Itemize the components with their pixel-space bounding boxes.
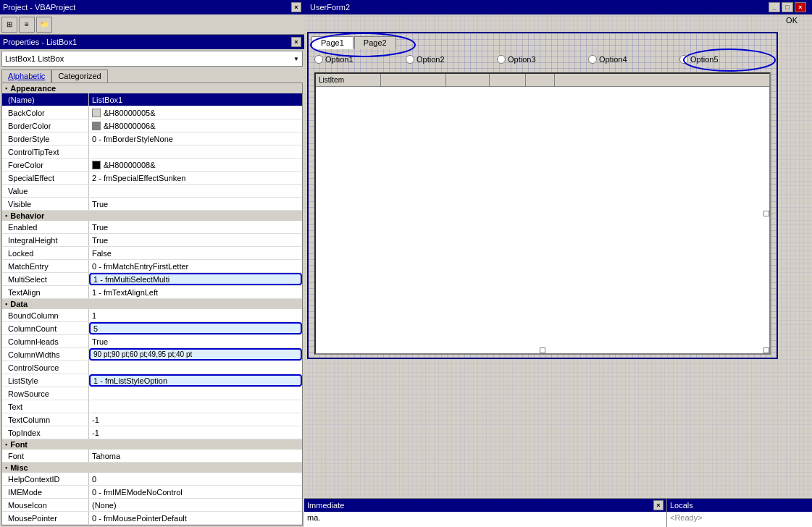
prop-helpcontextid[interactable]: HelpContextID 0 (2, 473, 302, 486)
prop-value[interactable]: Value (2, 185, 302, 198)
radio-option1[interactable]: Option1 (314, 55, 406, 64)
section-behavior[interactable]: ▪ Behavior (2, 211, 302, 221)
radio-input-1[interactable] (314, 55, 323, 64)
toolbar-btn-2[interactable]: ≡ (19, 17, 35, 33)
userform-title: UserForm2 (310, 3, 350, 12)
prop-boundcolumn[interactable]: BoundColumn 1 (2, 309, 302, 322)
immediate-close-btn[interactable]: × (653, 500, 664, 510)
prop-backcolor[interactable]: BackColor &H80000005& (2, 106, 302, 119)
tab-strip-container: Page1 Page2 (309, 33, 777, 49)
properties-title: Properties - ListBox1 (3, 38, 77, 46)
col-header-3 (446, 74, 490, 86)
section-toggle-appearance: ▪ (5, 85, 7, 92)
toolbar-btn-3[interactable]: 📁 (36, 17, 52, 33)
close-btn[interactable]: × (795, 2, 806, 12)
dropdown-arrow-icon: ▼ (293, 56, 299, 62)
dropdown-value: ListBox1 ListBox (5, 54, 64, 63)
radio-label-3: Option3 (508, 55, 536, 64)
resize-handle-corner[interactable] (763, 347, 769, 353)
section-misc-label: Misc (10, 463, 28, 472)
section-misc[interactable]: ▪ Misc (2, 463, 302, 473)
project-title: Project - VBAProject (3, 3, 75, 12)
radio-option4[interactable]: Option4 (588, 55, 679, 64)
prop-name[interactable]: (Name) ListBox1 (2, 93, 302, 106)
tab-categorized[interactable]: Categorized (51, 69, 107, 83)
col-header-2 (381, 74, 446, 86)
form-surface: Page1 Page2 Option1 (307, 32, 778, 359)
toolbar-btn-1[interactable]: ⊞ (1, 17, 17, 33)
properties-grid: ▪ Appearance (Name) ListBox1 BackColor &… (1, 83, 303, 526)
radio-option5[interactable]: Option5 (679, 55, 771, 64)
listbox-container[interactable]: ListItem (314, 72, 771, 355)
project-toolbar: ⊞ ≡ 📁 (0, 14, 304, 35)
radio-label-1: Option1 (325, 55, 353, 64)
prop-imemode[interactable]: IMEMode 0 - fmIMEModeNoControl (2, 486, 302, 499)
section-data[interactable]: ▪ Data (2, 299, 302, 309)
prop-bordercolor[interactable]: BorderColor &H80000006& (2, 119, 302, 132)
prop-textcolumn[interactable]: TextColumn -1 (2, 413, 302, 426)
immediate-content[interactable]: ma. (304, 512, 666, 527)
prop-font[interactable]: Font Tahoma (2, 450, 302, 463)
prop-tabindex[interactable]: TabIndex 0 (2, 525, 302, 526)
section-font[interactable]: ▪ Font (2, 439, 302, 450)
radio-option3[interactable]: Option3 (497, 55, 588, 64)
properties-close-btn[interactable]: × (291, 37, 301, 47)
section-behavior-label: Behavior (10, 211, 44, 220)
tab-page1[interactable]: Page1 (311, 36, 353, 49)
radio-input-4[interactable] (588, 55, 597, 64)
properties-tabs: Alphabetic Categorized (0, 68, 304, 83)
immediate-text: ma. (307, 513, 320, 522)
col-header-4 (490, 74, 526, 86)
locals-ready-text: <Ready> (670, 513, 703, 522)
prop-visible[interactable]: Visible True (2, 198, 302, 211)
section-data-label: Data (10, 300, 28, 308)
prop-specialeffect[interactable]: SpecialEffect 2 - fmSpecialEffectSunken (2, 172, 302, 185)
prop-locked[interactable]: Locked False (2, 247, 302, 260)
section-appearance-label: Appearance (10, 84, 56, 93)
prop-multiselect[interactable]: MultiSelect 1 - fmMultiSelectMulti (2, 273, 302, 286)
radio-option2[interactable]: Option2 (406, 55, 497, 64)
right-panel: UserForm2 _ □ × OK Page1 Page2 (304, 0, 812, 527)
prop-columnheads[interactable]: ColumnHeads True (2, 335, 302, 348)
radio-label-5: Option5 (690, 55, 719, 64)
radio-label-2: Option2 (417, 55, 445, 64)
radio-input-5[interactable] (679, 55, 688, 64)
radio-input-2[interactable] (406, 55, 414, 64)
prop-mouseicon[interactable]: MouseIcon (None) (2, 499, 302, 512)
radio-options-row: Option1 Option2 Option3 Option4 (309, 49, 777, 69)
prop-borderstyle[interactable]: BorderStyle 0 - fmBorderStyleNone (2, 132, 302, 146)
immediate-title-label: Immediate (307, 501, 344, 510)
radio-input-3[interactable] (497, 55, 506, 64)
resize-handle-right[interactable] (763, 211, 769, 216)
project-close-btn[interactable]: × (291, 2, 301, 12)
prop-matchentry[interactable]: MatchEntry 0 - fmMatchEntryFirstLetter (2, 260, 302, 273)
prop-topindex[interactable]: TopIndex -1 (2, 426, 302, 439)
tab-alphabetic[interactable]: Alphabetic (1, 69, 51, 83)
userform-title-bar: UserForm2 _ □ × (304, 0, 812, 14)
prop-columnwidths[interactable]: ColumnWidths 90 pt;90 pt;60 pt;49,95 pt;… (2, 348, 302, 361)
prop-text[interactable]: Text (2, 400, 302, 413)
window-controls: _ □ × (769, 2, 806, 12)
prop-textalign[interactable]: TextAlign 1 - fmTextAlignLeft (2, 286, 302, 299)
prop-columncount[interactable]: ColumnCount 5 (2, 322, 302, 335)
minimize-btn[interactable]: _ (769, 2, 780, 12)
tab-page2[interactable]: Page2 (354, 36, 396, 49)
userform-content: OK Page1 Page2 (304, 14, 812, 498)
section-font-label: Font (10, 440, 28, 449)
col-header-1: ListItem (316, 74, 381, 86)
resize-handle-bottom[interactable] (540, 347, 545, 353)
restore-btn[interactable]: □ (782, 2, 793, 12)
bottom-panel: Immediate × ma. Locals <Ready> (304, 498, 812, 527)
section-appearance[interactable]: ▪ Appearance (2, 83, 302, 93)
project-title-bar: Project - VBAProject × (0, 0, 304, 14)
object-dropdown[interactable]: ListBox1 ListBox ▼ (1, 51, 303, 67)
prop-mousepointer[interactable]: MousePointer 0 - fmMousePointerDefault (2, 512, 302, 525)
prop-controltiptext[interactable]: ControlTipText (2, 146, 302, 159)
listbox-header-row: ListItem (316, 74, 769, 87)
prop-integralheight[interactable]: IntegralHeight True (2, 234, 302, 247)
prop-rowsource[interactable]: RowSource (2, 387, 302, 400)
prop-liststyle[interactable]: ListStyle 1 - fmListStyleOption (2, 374, 302, 387)
prop-controlsource[interactable]: ControlSource (2, 361, 302, 374)
prop-enabled[interactable]: Enabled True (2, 221, 302, 234)
prop-forecolor[interactable]: ForeColor &H80000008& (2, 159, 302, 172)
